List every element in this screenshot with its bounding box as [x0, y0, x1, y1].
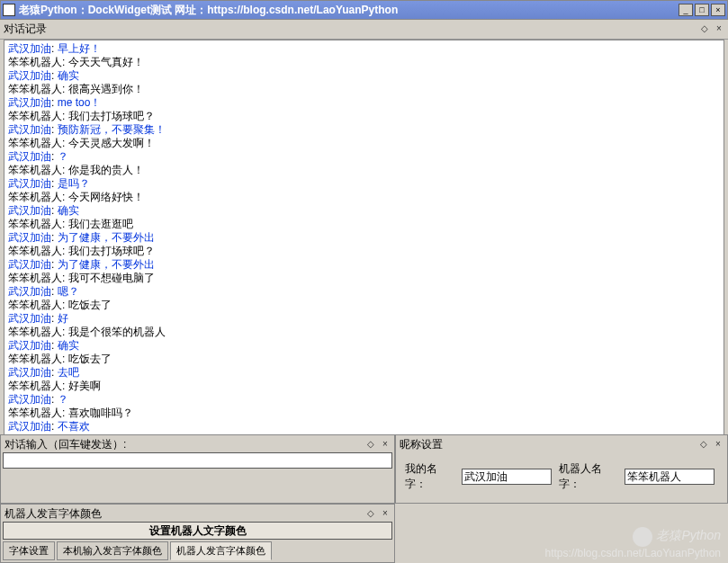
dock-close-icon[interactable]: × — [380, 509, 391, 520]
chat-line: 笨笨机器人: 好美啊 — [8, 380, 720, 393]
dock-close-icon[interactable]: × — [714, 24, 724, 35]
tab-bot-color[interactable]: 机器人发言字体颜色 — [170, 541, 272, 560]
set-color-button[interactable]: 设置机器人文字颜色 — [3, 522, 392, 540]
chat-line: 武汉加油: ？ — [8, 393, 720, 407]
bot-name-input[interactable] — [625, 469, 715, 485]
bot-name-label: 机器人名字： — [559, 461, 617, 492]
color-dock-label: 机器人发言字体颜色 — [4, 506, 102, 522]
chat-line: 笨笨机器人: 我们去逛逛吧 — [8, 218, 720, 231]
chat-line: 武汉加油: me too！ — [8, 96, 720, 110]
chat-line: 武汉加油: 是吗？ — [8, 177, 720, 191]
chat-line: 武汉加油: 好 — [8, 312, 720, 326]
dock-float-icon[interactable]: ◇ — [365, 440, 376, 451]
chat-line: 武汉加油: 嗯？ — [8, 285, 720, 299]
chat-line: 笨笨机器人: 你是我的贵人！ — [8, 164, 720, 177]
chat-line: 笨笨机器人: 我们去打场球吧？ — [8, 245, 720, 258]
input-dock-label: 对话输入（回车键发送）: — [4, 437, 126, 452]
nickname-dock-label: 昵称设置 — [400, 437, 443, 452]
close-button[interactable]: × — [711, 4, 725, 16]
chat-line: 武汉加油: 为了健康，不要外出 — [8, 258, 720, 272]
chat-log-dock-header: 对话记录 ◇ × — [0, 20, 728, 40]
chat-line: 笨笨机器人: 我是个很笨的机器人 — [8, 326, 720, 339]
app-icon — [3, 4, 15, 16]
chat-line: 笨笨机器人: 很高兴遇到你！ — [8, 83, 720, 96]
chat-line: 武汉加油: 为了健康，不要外出 — [8, 231, 720, 245]
chat-line: 武汉加油: 早上好！ — [8, 42, 720, 56]
dock-float-icon[interactable]: ◇ — [699, 24, 710, 35]
chat-line: 笨笨机器人: 今天天气真好！ — [8, 56, 720, 69]
chat-line: 笨笨机器人: 我们去打场球吧？ — [8, 110, 720, 123]
chat-line: 武汉加油: 预防新冠，不要聚集！ — [8, 123, 720, 137]
tab-user-color[interactable]: 本机输入发言字体颜色 — [57, 541, 168, 560]
window-title: 老猿Python：DockWidget测试 网址：https://blog.cs… — [19, 3, 679, 18]
window-titlebar: 老猿Python：DockWidget测试 网址：https://blog.cs… — [0, 0, 728, 20]
dock-close-icon[interactable]: × — [713, 440, 724, 451]
nickname-dock: 昵称设置 ◇ × 我的名字： 机器人名字： — [395, 434, 728, 504]
my-name-label: 我的名字： — [405, 461, 454, 492]
chat-line: 笨笨机器人: 今天网络好快！ — [8, 191, 720, 204]
chat-line: 笨笨机器人: 吃饭去了 — [8, 353, 720, 366]
maximize-button[interactable]: □ — [695, 4, 709, 16]
minimize-button[interactable]: _ — [679, 4, 693, 16]
message-input[interactable] — [3, 452, 392, 469]
chat-line: 笨笨机器人: 喜欢咖啡吗？ — [8, 407, 720, 420]
dock-float-icon[interactable]: ◇ — [698, 440, 709, 451]
chat-line: 武汉加油: 去吧 — [8, 366, 720, 380]
chat-line: 武汉加油: 确实 — [8, 204, 720, 218]
chat-line: 武汉加油: 确实 — [8, 69, 720, 83]
my-name-input[interactable] — [462, 469, 552, 485]
chat-line: 笨笨机器人: 我可不想碰电脑了 — [8, 272, 720, 285]
chat-line: 武汉加油: ？ — [8, 150, 720, 164]
tab-bar: 字体设置 本机输入发言字体颜色 机器人发言字体颜色 — [3, 541, 392, 560]
chat-line: 武汉加油: 确实 — [8, 339, 720, 353]
chat-line: 武汉加油: 不喜欢 — [8, 420, 720, 433]
dock-close-icon[interactable]: × — [380, 440, 391, 451]
chat-log-label: 对话记录 — [4, 22, 47, 37]
chat-log-area[interactable]: 武汉加油: 早上好！笨笨机器人: 今天天气真好！武汉加油: 确实笨笨机器人: 很… — [4, 40, 724, 467]
dock-float-icon[interactable]: ◇ — [365, 509, 376, 520]
chat-line: 笨笨机器人: 吃饭去了 — [8, 299, 720, 312]
tab-font-settings[interactable]: 字体设置 — [3, 541, 55, 560]
input-dock: 对话输入（回车键发送）: ◇ × — [0, 434, 395, 504]
chat-line: 笨笨机器人: 今天灵感大发啊！ — [8, 137, 720, 150]
color-dock: 机器人发言字体颜色 ◇ × 设置机器人文字颜色 字体设置 本机输入发言字体颜色 … — [0, 504, 395, 563]
